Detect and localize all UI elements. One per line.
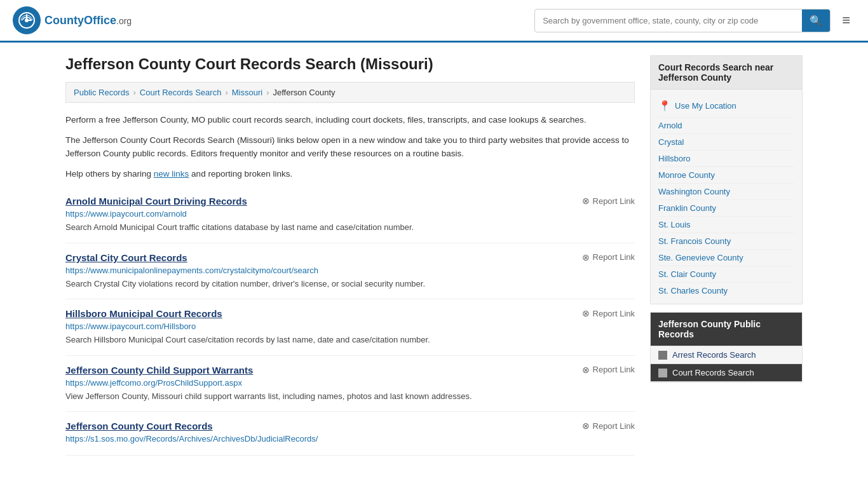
record-title[interactable]: Arnold Municipal Court Driving Records <box>65 196 247 207</box>
sidebar-item-arnold[interactable]: Arnold <box>658 118 794 134</box>
breadcrumb: Public Records › Court Records Search › … <box>65 82 635 103</box>
report-link-2[interactable]: ⊗ Report Link <box>582 308 635 318</box>
record-title[interactable]: Jefferson County Child Support Warrants <box>65 365 253 376</box>
report-link-4[interactable]: ⊗ Report Link <box>582 421 635 431</box>
description-2: The Jefferson County Court Records Searc… <box>65 133 635 161</box>
description-3: Help others by sharing new links and rep… <box>65 167 635 181</box>
record-desc: Search Arnold Municipal Court traffic ci… <box>65 221 635 234</box>
sidebar-item-crystal[interactable]: Crystal <box>658 134 794 151</box>
sidebar-item-st-clair-county[interactable]: St. Clair County <box>658 266 794 283</box>
sidebar-pub-court-records[interactable]: Court Records Search <box>651 364 802 382</box>
sidebar-pub-arrest-records[interactable]: Arrest Records Search <box>651 346 802 364</box>
records-list: Arnold Municipal Court Driving Records ⊗… <box>65 187 635 456</box>
record-desc: Search Crystal City violations record by… <box>65 278 635 290</box>
breadcrumb-court-records[interactable]: Court Records Search <box>140 88 222 97</box>
arrest-records-icon <box>658 351 667 360</box>
page-title: Jefferson County Court Records Search (M… <box>65 55 635 73</box>
record-url[interactable]: https://www.ipaycourt.com/arnold <box>65 209 635 219</box>
breadcrumb-current: Jefferson County <box>273 88 336 97</box>
report-icon: ⊗ <box>582 196 590 206</box>
site-header: CountyOffice.org 🔍 ≡ <box>0 0 868 43</box>
record-item: Jefferson County Child Support Warrants … <box>65 356 635 412</box>
description-1: Perform a free Jefferson County, MO publ… <box>65 113 635 127</box>
court-records-icon <box>658 369 667 377</box>
record-item: Arnold Municipal Court Driving Records ⊗… <box>65 187 635 243</box>
record-title[interactable]: Hillsboro Municipal Court Records <box>65 308 222 319</box>
record-url[interactable]: https://www.jeffcomo.org/ProsChildSuppor… <box>65 378 635 388</box>
logo-icon <box>13 6 41 34</box>
search-input[interactable] <box>535 11 802 30</box>
sidebar-nearby-header: Court Records Search near Jefferson Coun… <box>651 56 802 90</box>
use-my-location[interactable]: 📍 Use My Location <box>658 95 794 118</box>
sidebar-item-monroe-county[interactable]: Monroe County <box>658 167 794 184</box>
sidebar-item-ste-genevieve-county[interactable]: Ste. Genevieve County <box>658 250 794 266</box>
sidebar-public-records-section: Jefferson County Public Records Arrest R… <box>650 312 803 383</box>
sidebar-item-hillsboro[interactable]: Hillsboro <box>658 151 794 167</box>
record-title[interactable]: Crystal City Court Records <box>65 252 187 263</box>
sidebar: Court Records Search near Jefferson Coun… <box>650 55 803 456</box>
svg-point-1 <box>25 18 29 22</box>
report-icon: ⊗ <box>582 365 590 375</box>
main-container: Jefferson County Court Records Search (M… <box>53 43 815 468</box>
search-bar: 🔍 <box>534 9 831 32</box>
header-right: 🔍 ≡ <box>534 9 855 32</box>
content-area: Jefferson County Court Records Search (M… <box>65 55 635 456</box>
logo-area[interactable]: CountyOffice.org <box>13 6 132 34</box>
record-item: Hillsboro Municipal Court Records ⊗ Repo… <box>65 299 635 356</box>
record-url[interactable]: https://s1.sos.mo.gov/Records/Archives/A… <box>65 434 635 444</box>
sidebar-nearby-section: Court Records Search near Jefferson Coun… <box>650 55 803 304</box>
record-item: Jefferson County Court Records ⊗ Report … <box>65 412 635 456</box>
sidebar-public-records-header: Jefferson County Public Records <box>651 313 802 346</box>
menu-icon[interactable]: ≡ <box>837 10 855 31</box>
record-desc: Search Hillsboro Municipal Court case/ci… <box>65 334 635 346</box>
sidebar-public-records-content: Arrest Records Search Court Records Sear… <box>651 346 802 382</box>
record-url[interactable]: https://www.ipaycourt.com/Hillsboro <box>65 322 635 331</box>
record-item: Crystal City Court Records ⊗ Report Link… <box>65 243 635 300</box>
sidebar-item-st-louis[interactable]: St. Louis <box>658 217 794 233</box>
search-button[interactable]: 🔍 <box>802 10 830 32</box>
report-link-1[interactable]: ⊗ Report Link <box>582 252 635 262</box>
record-desc: View Jefferson County, Missouri child su… <box>65 390 635 403</box>
sidebar-item-st-charles-county[interactable]: St. Charles County <box>658 283 794 299</box>
new-links-link[interactable]: new links <box>154 169 189 179</box>
report-icon: ⊗ <box>582 421 590 431</box>
report-icon: ⊗ <box>582 252 590 262</box>
sidebar-item-st-francois-county[interactable]: St. Francois County <box>658 233 794 250</box>
report-link-3[interactable]: ⊗ Report Link <box>582 365 635 375</box>
report-link-0[interactable]: ⊗ Report Link <box>582 196 635 206</box>
record-url[interactable]: https://www.municipalonlinepayments.com/… <box>65 266 635 275</box>
breadcrumb-missouri[interactable]: Missouri <box>232 88 262 97</box>
sidebar-item-franklin-county[interactable]: Franklin County <box>658 200 794 217</box>
sidebar-nearby-content: 📍 Use My Location Arnold Crystal Hillsbo… <box>651 90 802 304</box>
breadcrumb-public-records[interactable]: Public Records <box>74 88 129 97</box>
report-icon: ⊗ <box>582 308 590 318</box>
record-title[interactable]: Jefferson County Court Records <box>65 421 213 431</box>
location-icon: 📍 <box>658 100 671 112</box>
sidebar-item-washington-county[interactable]: Washington County <box>658 184 794 200</box>
logo-text: CountyOffice.org <box>44 14 132 27</box>
